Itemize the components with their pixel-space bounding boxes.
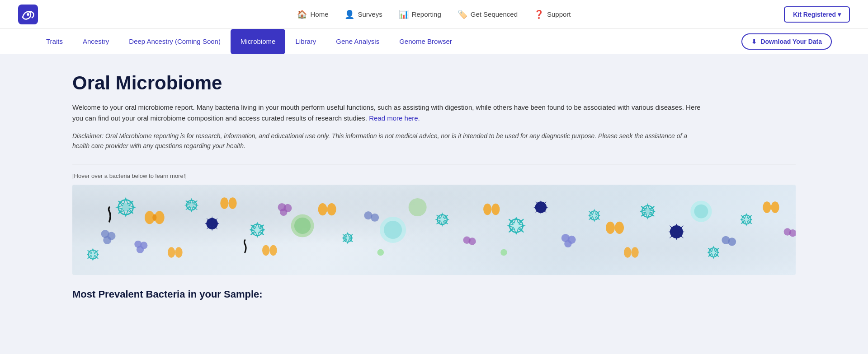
- svg-marker-52: [533, 200, 548, 214]
- download-icon: ⬇: [751, 38, 757, 45]
- svg-marker-13: [205, 216, 220, 231]
- top-navigation: 🏠 Home 👤 Surveys 📊 Reporting 🏷️ Get Sequ…: [0, 0, 868, 29]
- svg-point-80: [168, 247, 175, 258]
- svg-point-78: [262, 245, 269, 256]
- svg-point-1: [27, 13, 29, 16]
- svg-point-29: [294, 218, 311, 234]
- subnav-genome-browser[interactable]: Genome Browser: [389, 29, 462, 54]
- svg-point-44: [468, 238, 476, 245]
- svg-point-27: [280, 209, 287, 216]
- svg-marker-66: [668, 224, 684, 240]
- svg-point-91: [500, 249, 507, 256]
- svg-point-21: [228, 197, 236, 209]
- download-your-data-button[interactable]: ⬇ Download Your Data: [741, 33, 832, 50]
- intro-paragraph: Welcome to your oral microbiome report. …: [72, 102, 705, 124]
- svg-point-10: [103, 236, 111, 244]
- svg-point-46: [491, 204, 500, 215]
- svg-point-20: [220, 197, 228, 209]
- svg-point-3: [122, 203, 130, 211]
- bacteria-illustration: [72, 185, 796, 267]
- svg-point-31: [327, 203, 336, 215]
- svg-point-7: [152, 214, 156, 221]
- hover-hint: [Hover over a bacteria below to learn mo…: [72, 172, 796, 179]
- svg-point-81: [175, 247, 182, 258]
- subnav-microbiome[interactable]: Microbiome: [231, 29, 286, 54]
- svg-point-23: [254, 227, 261, 233]
- svg-point-85: [90, 252, 95, 257]
- nav-reporting[interactable]: 📊 Reporting: [399, 9, 441, 19]
- most-prevalent-heading: Most Prevalent Bacteria in your Sample:: [72, 289, 796, 300]
- subnav-ancestry[interactable]: Ancestry: [73, 29, 119, 54]
- svg-point-15: [189, 202, 194, 208]
- main-nav: 🏠 Home 👤 Surveys 📊 Reporting 🏷️ Get Sequ…: [297, 9, 571, 19]
- nav-surveys[interactable]: 👤 Surveys: [344, 9, 382, 19]
- disclaimer-text: Disclaimer: Oral Microbiome reporting is…: [72, 131, 705, 151]
- nav-get-sequenced[interactable]: 🏷️ Get Sequenced: [458, 9, 518, 19]
- svg-point-48: [512, 222, 520, 230]
- svg-point-41: [439, 217, 445, 223]
- svg-point-30: [318, 203, 327, 215]
- svg-point-19: [137, 246, 144, 253]
- reporting-icon: 📊: [399, 9, 409, 19]
- svg-point-68: [694, 204, 708, 218]
- logo[interactable]: [18, 5, 38, 24]
- bacteria-banner: [72, 185, 796, 275]
- svg-point-36: [371, 213, 379, 221]
- svg-point-82: [624, 247, 631, 258]
- svg-point-70: [728, 238, 736, 246]
- svg-point-83: [631, 247, 638, 258]
- kit-registered-button[interactable]: Kit Registered ▾: [784, 6, 850, 23]
- svg-point-60: [615, 222, 624, 234]
- svg-point-62: [644, 208, 651, 215]
- nav-home[interactable]: 🏠 Home: [297, 9, 328, 19]
- svg-point-90: [377, 249, 384, 256]
- subnav-deep-ancestry[interactable]: Deep Ancestry (Coming Soon): [119, 29, 231, 54]
- main-content: Oral Microbiome Welcome to your oral mic…: [36, 54, 832, 318]
- svg-point-88: [711, 250, 716, 255]
- read-more-link[interactable]: Read more here.: [369, 114, 420, 122]
- sub-navigation: Traits Ancestry Deep Ancestry (Coming So…: [0, 29, 868, 54]
- get-sequenced-icon: 🏷️: [458, 9, 467, 19]
- sub-nav-links: Traits Ancestry Deep Ancestry (Coming So…: [36, 29, 462, 54]
- svg-point-45: [483, 204, 491, 215]
- svg-point-75: [771, 201, 779, 213]
- svg-point-79: [269, 245, 277, 256]
- svg-point-57: [592, 213, 597, 218]
- home-icon: 🏠: [297, 9, 307, 19]
- nav-support[interactable]: ❓ Support: [534, 9, 571, 19]
- section-divider: [72, 164, 796, 164]
- subnav-library[interactable]: Library: [285, 29, 326, 54]
- svg-point-38: [384, 221, 402, 239]
- svg-point-59: [606, 222, 615, 234]
- subnav-traits[interactable]: Traits: [36, 29, 73, 54]
- svg-point-74: [763, 201, 771, 213]
- page-title: Oral Microbiome: [72, 72, 796, 94]
- support-icon: ❓: [534, 9, 544, 19]
- svg-point-55: [564, 240, 571, 247]
- subnav-gene-analysis[interactable]: Gene Analysis: [326, 29, 389, 54]
- surveys-icon: 👤: [344, 9, 354, 19]
- svg-point-39: [409, 198, 427, 216]
- svg-point-72: [744, 217, 749, 222]
